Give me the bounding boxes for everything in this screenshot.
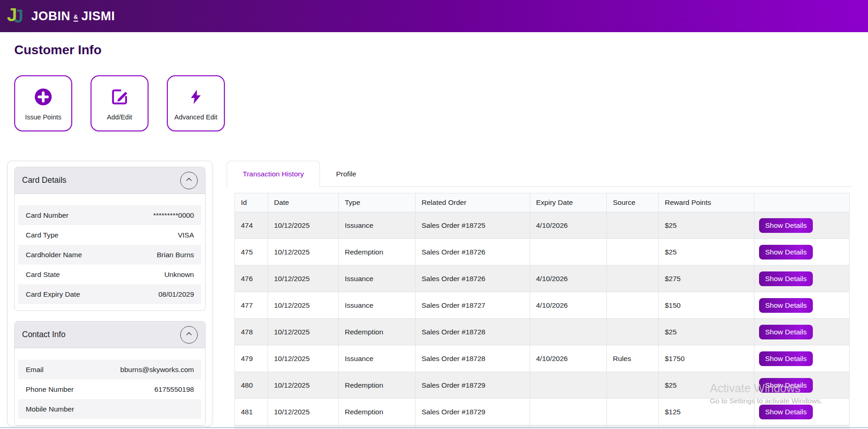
table-row: 47610/12/2025IssuanceSales Order #187264… [235, 265, 850, 292]
action-card-label: Add/Edit [107, 113, 132, 121]
cell-expiry-date: 4/10/2026 [530, 265, 607, 292]
info-value: *********0000 [153, 211, 194, 220]
brand-first: JOBIN [31, 9, 70, 23]
cell-date: 10/12/2025 [268, 372, 339, 399]
info-row-card-state: Card StateUnknown [18, 265, 201, 284]
cell-related-order: Sales Order #18726 [416, 265, 530, 292]
cell-type: Issuance [339, 292, 416, 319]
cell-id: 477 [235, 292, 268, 319]
info-value: Brian Burns [157, 251, 194, 259]
cell-type: Issuance [339, 212, 416, 239]
info-row-phone-number: Phone Number6175550198 [18, 379, 201, 399]
cell-id: 479 [235, 345, 268, 372]
cell-reward-points: $25 [659, 372, 754, 399]
action-cards: Issue PointsAdd/EditAdvanced Edit [14, 75, 225, 131]
column-header-actions [754, 193, 850, 212]
show-details-button[interactable]: Show Details [759, 405, 813, 419]
cell-expiry-date: 4/10/2026 [530, 212, 607, 239]
cell-source [607, 239, 659, 265]
cell-related-order: Sales Order #18728 [416, 319, 530, 345]
cell-reward-points: $25 [659, 319, 754, 345]
cell-reward-points: $25 [659, 212, 754, 239]
info-label: Email [26, 366, 44, 374]
tab-bar: Transaction HistoryProfile [227, 161, 852, 187]
plus-circle-icon [33, 86, 53, 107]
table-row: 47910/12/2025IssuanceSales Order #187284… [235, 345, 850, 372]
show-details-button[interactable]: Show Details [759, 245, 813, 260]
cell-id: 480 [235, 372, 268, 399]
info-label: Card State [26, 271, 60, 279]
cell-id: 478 [235, 319, 268, 345]
cell-source [607, 399, 659, 425]
cell-actions: Show Details [754, 239, 850, 265]
action-card-label: Advanced Edit [174, 113, 217, 121]
cell-source [607, 212, 659, 239]
cell-actions: Show Details [754, 292, 850, 319]
info-label: Card Type [26, 231, 58, 239]
info-value: VISA [178, 231, 194, 239]
info-label: Card Number [26, 211, 69, 220]
jj-logo-icon: J J [6, 6, 28, 27]
edit-square-icon [110, 86, 129, 107]
action-card-advanced-edit[interactable]: Advanced Edit [167, 75, 225, 131]
table-header-row: IdDateTypeRelated OrderExpiry DateSource… [235, 193, 850, 212]
action-card-label: Issue Points [25, 113, 62, 121]
table-row: 47710/12/2025IssuanceSales Order #187274… [235, 292, 850, 319]
table-row: 47810/12/2025RedemptionSales Order #1872… [235, 319, 850, 345]
info-value: Unknown [164, 271, 194, 279]
panel-body: Card Number*********0000Card TypeVISACar… [15, 194, 205, 310]
cell-reward-points: $1750 [659, 345, 754, 372]
action-card-add-edit[interactable]: Add/Edit [91, 75, 148, 131]
info-value: bburns@skyworks.com [120, 366, 194, 374]
panel-title: Card Details [22, 175, 66, 185]
column-header-type: Type [339, 193, 416, 212]
show-details-button[interactable]: Show Details [759, 218, 813, 233]
cell-type: Redemption [339, 372, 416, 399]
show-details-button[interactable]: Show Details [759, 325, 813, 339]
cell-reward-points: $25 [659, 239, 754, 265]
show-details-button[interactable]: Show Details [759, 298, 813, 313]
cell-actions: Show Details [754, 399, 850, 425]
cell-reward-points: $150 [659, 292, 754, 319]
transaction-table-wrap: IdDateTypeRelated OrderExpiry DateSource… [234, 193, 852, 429]
cell-reward-points: $125 [659, 399, 754, 425]
cell-type: Redemption [339, 319, 416, 345]
cell-expiry-date [530, 239, 607, 265]
cell-date: 10/12/2025 [268, 399, 339, 425]
cell-related-order: Sales Order #18729 [416, 399, 530, 425]
action-card-issue-points[interactable]: Issue Points [14, 75, 72, 131]
table-row: 47510/12/2025RedemptionSales Order #1872… [235, 239, 850, 265]
collapse-toggle-button[interactable] [180, 172, 198, 189]
brand-second: JISMI [81, 9, 115, 23]
info-label: Cardholder Name [26, 251, 82, 259]
right-region: Transaction HistoryProfile IdDateTypeRel… [227, 161, 852, 429]
panel-title: Contact Info [22, 330, 65, 339]
info-label: Card Expiry Date [26, 290, 80, 299]
brand: J J JOBIN & JISMI [6, 6, 115, 27]
cell-date: 10/12/2025 [268, 345, 339, 372]
info-label: Mobile Number [26, 405, 74, 413]
column-header-related-order: Related Order [416, 193, 530, 212]
show-details-button[interactable]: Show Details [759, 351, 813, 366]
collapse-toggle-button[interactable] [180, 326, 198, 344]
show-details-button[interactable]: Show Details [759, 378, 813, 393]
info-row-cardholder-name: Cardholder NameBrian Burns [18, 245, 201, 265]
cell-source [607, 319, 659, 345]
column-header-reward-points: Reward Points [659, 193, 754, 212]
cell-date: 10/12/2025 [268, 292, 339, 319]
panel-header: Card Details [15, 167, 205, 194]
panel-body: Emailbburns@skyworks.comPhone Number6175… [15, 348, 205, 425]
info-label: Phone Number [26, 385, 74, 394]
app-header: J J JOBIN & JISMI [0, 0, 868, 32]
cell-expiry-date [530, 319, 607, 345]
cell-type: Redemption [339, 239, 416, 265]
show-details-button[interactable]: Show Details [759, 271, 813, 286]
cell-source: Rules [607, 345, 659, 372]
cell-id: 474 [235, 212, 268, 239]
info-row-mobile-number: Mobile Number [18, 399, 201, 419]
cell-related-order: Sales Order #18727 [416, 292, 530, 319]
tab-profile[interactable]: Profile [320, 161, 372, 187]
cell-date: 10/12/2025 [268, 212, 339, 239]
cell-related-order: Sales Order #18728 [416, 345, 530, 372]
tab-transaction-history[interactable]: Transaction History [227, 161, 320, 187]
